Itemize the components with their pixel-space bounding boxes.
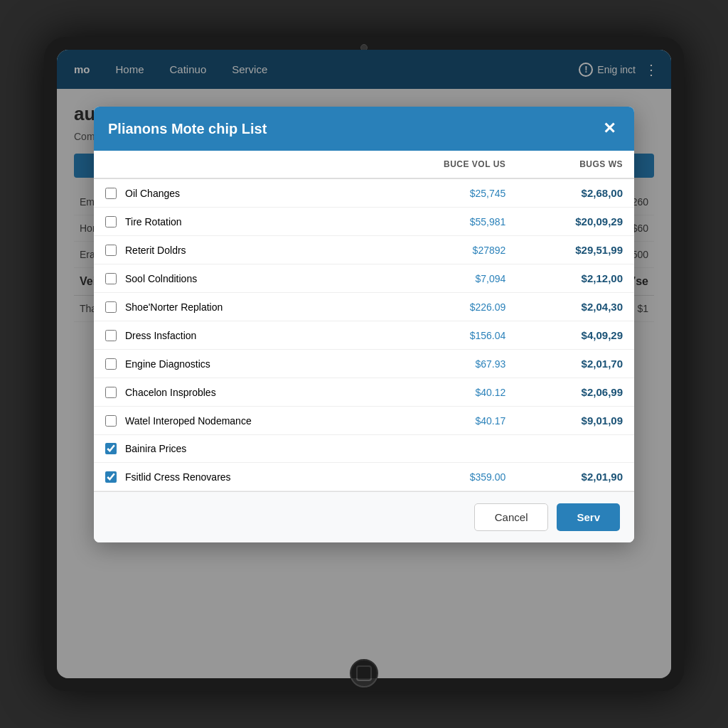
modal-footer: Cancel Serv: [94, 491, 634, 542]
service-name-8: Watel Interoped Nodemance: [125, 415, 252, 427]
table-row: Tire Rotation$55,981$20,09,29: [94, 208, 634, 236]
service-name-9: Bainira Prices: [125, 443, 186, 454]
table-row: Chacelon Insprobles$40.12$2,06,99: [94, 378, 634, 407]
table-row: Reterit Doldrs$27892$29,51,99: [94, 236, 634, 264]
service-name-3: Sool Colnditions: [125, 273, 197, 284]
col3-cell-10: $2,01,90: [517, 463, 634, 491]
service-table: BUCE VOL US BUGS WS Oil Changes$25,745$2…: [94, 151, 634, 491]
checkbox-4[interactable]: [105, 301, 117, 313]
service-name-1: Tire Rotation: [125, 216, 182, 228]
modal-dialog: Plianons Mote chip List ✕ BUCE VOL US BU…: [94, 107, 634, 542]
col-bugs-header: BUGS WS: [517, 151, 634, 178]
col3-cell-5: $4,09,29: [517, 321, 634, 350]
service-cell-4: Shoe'Norter Replation: [94, 293, 375, 321]
table-row: Engine Diagnostics$67.93$2,01,70: [94, 350, 634, 378]
save-button[interactable]: Serv: [557, 503, 620, 531]
modal-title: Plianons Mote chip List: [108, 121, 267, 137]
modal-close-button[interactable]: ✕: [599, 118, 620, 139]
modal-header: Plianons Mote chip List ✕: [94, 107, 634, 151]
table-row: Watel Interoped Nodemance$40.17$9,01,09: [94, 407, 634, 435]
col-buce-header: BUCE VOL US: [375, 151, 517, 178]
col2-cell-6: $67.93: [375, 350, 517, 378]
col2-cell-1: $55,981: [375, 208, 517, 236]
col3-cell-7: $2,06,99: [517, 378, 634, 407]
col2-cell-0: $25,745: [375, 178, 517, 208]
col3-cell-9: [517, 435, 634, 463]
service-name-0: Oil Changes: [125, 188, 180, 199]
col2-cell-8: $40.17: [375, 407, 517, 435]
table-row: Sool Colnditions$7,094$2,12,00: [94, 264, 634, 293]
table-row: Bainira Prices: [94, 435, 634, 463]
col2-cell-2: $27892: [375, 236, 517, 264]
checkbox-8[interactable]: [105, 415, 117, 427]
col3-cell-6: $2,01,70: [517, 350, 634, 378]
service-cell-10: Fsitlid Cress Renovares: [94, 463, 375, 491]
checkbox-10[interactable]: [105, 471, 117, 483]
col3-cell-1: $20,09,29: [517, 208, 634, 236]
service-name-5: Dress Insfaction: [125, 330, 196, 341]
col2-cell-5: $156.04: [375, 321, 517, 350]
tablet-frame: mo Home Catinuo Service ! Enig inct ⋮ au…: [44, 37, 684, 691]
service-cell-7: Chacelon Insprobles: [94, 378, 375, 407]
service-name-7: Chacelon Insprobles: [125, 387, 216, 398]
col2-cell-9: [375, 435, 517, 463]
table-row: Fsitlid Cress Renovares$359.00$2,01,90: [94, 463, 634, 491]
checkbox-1[interactable]: [105, 216, 117, 228]
service-name-2: Reterit Doldrs: [125, 245, 186, 256]
cancel-button[interactable]: Cancel: [474, 503, 549, 531]
col2-cell-3: $7,094: [375, 264, 517, 293]
col3-cell-3: $2,12,00: [517, 264, 634, 293]
checkbox-9[interactable]: [105, 443, 117, 454]
table-header-row: BUCE VOL US BUGS WS: [94, 151, 634, 178]
service-cell-0: Oil Changes: [94, 178, 375, 208]
service-cell-8: Watel Interoped Nodemance: [94, 407, 375, 435]
col2-cell-7: $40.12: [375, 378, 517, 407]
service-cell-5: Dress Insfaction: [94, 321, 375, 350]
tablet-screen: mo Home Catinuo Service ! Enig inct ⋮ au…: [57, 50, 671, 678]
modal-overlay: Plianons Mote chip List ✕ BUCE VOL US BU…: [57, 50, 671, 678]
service-name-6: Engine Diagnostics: [125, 358, 210, 370]
service-cell-1: Tire Rotation: [94, 208, 375, 236]
col-service-header: [94, 151, 375, 178]
col3-cell-2: $29,51,99: [517, 236, 634, 264]
table-row: Dress Insfaction$156.04$4,09,29: [94, 321, 634, 350]
service-cell-9: Bainira Prices: [94, 435, 375, 463]
checkbox-5[interactable]: [105, 330, 117, 341]
checkbox-3[interactable]: [105, 273, 117, 284]
service-name-4: Shoe'Norter Replation: [125, 301, 223, 313]
service-cell-2: Reterit Doldrs: [94, 236, 375, 264]
modal-body: BUCE VOL US BUGS WS Oil Changes$25,745$2…: [94, 151, 634, 491]
checkbox-7[interactable]: [105, 387, 117, 398]
checkbox-2[interactable]: [105, 245, 117, 256]
col2-cell-10: $359.00: [375, 463, 517, 491]
service-name-10: Fsitlid Cress Renovares: [125, 471, 231, 483]
col3-cell-8: $9,01,09: [517, 407, 634, 435]
service-cell-3: Sool Colnditions: [94, 264, 375, 293]
col3-cell-4: $2,04,30: [517, 293, 634, 321]
col2-cell-4: $226.09: [375, 293, 517, 321]
checkbox-6[interactable]: [105, 358, 117, 370]
service-cell-6: Engine Diagnostics: [94, 350, 375, 378]
table-row: Shoe'Norter Replation$226.09$2,04,30: [94, 293, 634, 321]
table-row: Oil Changes$25,745$2,68,00: [94, 178, 634, 208]
checkbox-0[interactable]: [105, 188, 117, 199]
col3-cell-0: $2,68,00: [517, 178, 634, 208]
